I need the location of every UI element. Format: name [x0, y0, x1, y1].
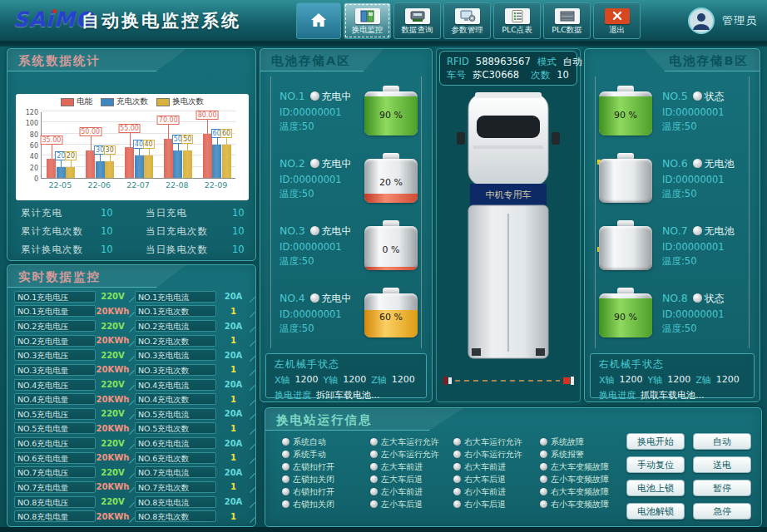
- realtime-value: 1: [216, 336, 250, 345]
- indicator-label: 左小车后退: [381, 499, 423, 510]
- status-indicator: 右小车后退: [453, 498, 540, 510]
- plc-data-icon: [555, 8, 580, 24]
- battery-id: ID:00000001: [662, 174, 745, 185]
- exit-icon: [605, 8, 630, 24]
- status-indicator: 右大车运行允许: [453, 436, 540, 448]
- control-button[interactable]: 换电开始: [626, 433, 685, 450]
- chart-label-line: [178, 144, 179, 150]
- realtime-panel-title: 实时数据监控: [18, 269, 101, 285]
- battery-slot: NO.4充电中ID:00000001温度:5060 %: [271, 278, 421, 346]
- chart-value-label: 50.00: [79, 127, 101, 136]
- plate-label: 车号: [447, 68, 466, 81]
- indicator-label: 左小车变频故障: [551, 474, 609, 485]
- realtime-label: NO.7充电电量: [14, 481, 96, 493]
- nav-tab-label: 换电监控: [352, 26, 384, 34]
- status-indicator: 左大车运行允许: [370, 436, 453, 448]
- chart-ytick: 100: [17, 120, 38, 127]
- realtime-row: NO.8充电电量20KWh: [14, 509, 133, 524]
- control-button[interactable]: 电池解锁: [626, 503, 685, 520]
- battery-status-dot-icon: [693, 91, 702, 101]
- realtime-value: 20A: [216, 292, 250, 301]
- control-button[interactable]: 手动复位: [626, 456, 685, 473]
- chart-ytick: 40: [17, 153, 38, 160]
- control-button[interactable]: 自动: [693, 433, 751, 450]
- plate-value: 苏C30668: [473, 68, 519, 81]
- battery-temp: 温度:50: [662, 323, 745, 335]
- realtime-label: NO.2充电电流: [135, 320, 216, 332]
- realtime-label: NO.6充电电量: [14, 452, 96, 464]
- realtime-value: 20KWh: [96, 395, 130, 404]
- left-arm-status: 左机械手状态 X轴1200 Y轴1200 Z轴1200 换电进度拆卸车载电池..…: [265, 353, 427, 398]
- chart-label-line: [110, 155, 111, 161]
- battery-id: ID:00000001: [662, 241, 745, 253]
- summary-value: 10: [101, 244, 146, 256]
- realtime-row: NO.2充电电量20KWh: [14, 333, 133, 348]
- nav-tab-swap-monitor[interactable]: 换电监控: [344, 2, 391, 39]
- indicator-dot-icon: [370, 488, 378, 495]
- nav-tab-data-query[interactable]: 数据查询: [393, 2, 441, 39]
- chart-label-line: [168, 125, 169, 139]
- realtime-value: 1: [216, 512, 250, 521]
- battery-area-a-panel: 电池存储A区 NO.1充电中ID:00000001温度:5090 %NO.2充电…: [260, 48, 433, 402]
- user-block[interactable]: 管理员: [687, 7, 757, 35]
- count-label: 次数: [531, 68, 550, 81]
- realtime-label: NO.3充电次数: [135, 364, 216, 376]
- battery-id: ID:00000001: [662, 308, 745, 320]
- realtime-value: 20A: [216, 439, 250, 448]
- nav-tab-exit[interactable]: 退出: [593, 2, 641, 39]
- indicator-dot-icon: [282, 463, 289, 470]
- indicator-label: 左锁扣打开: [293, 461, 334, 473]
- center-stage: RFID 588963567 模式 自动 车号 苏C30668 次数 10: [436, 48, 581, 402]
- realtime-value: 220V: [96, 351, 130, 360]
- battery-percent: 90 %: [599, 312, 652, 323]
- battery-slot: 90 %NO.8状态ID:00000001温度:50: [596, 278, 749, 346]
- realtime-value: 20A: [216, 409, 250, 418]
- status-indicator: 右小车运行允许: [453, 448, 540, 461]
- status-indicator: 左小车前进: [370, 485, 453, 498]
- params-icon: [455, 8, 480, 24]
- summary-value: 10: [101, 225, 146, 238]
- nav-home-button[interactable]: [296, 2, 341, 39]
- nav-tab-plc-points[interactable]: PLC点表: [493, 2, 541, 39]
- status-indicator: 右锁扣打开: [282, 485, 370, 498]
- realtime-value: 20KWh: [96, 365, 130, 374]
- chart-bar: [105, 161, 114, 178]
- left-arm-axes: X轴1200 Y轴1200 Z轴1200: [275, 374, 418, 387]
- right-arm-progress: 换电进度抓取车载电池...: [599, 389, 745, 401]
- nav-tab-label: PLC数据: [552, 26, 582, 34]
- nav-tab-plc-data[interactable]: PLC数据: [543, 2, 591, 39]
- realtime-label: NO.3充电电流: [135, 349, 216, 361]
- chart-label-line: [149, 149, 150, 155]
- chart-plot: 35.00202050.00303055.00404070.00505080.0…: [41, 112, 235, 179]
- realtime-value: 220V: [96, 409, 130, 418]
- indicator-dot-icon: [282, 500, 289, 508]
- battery-status: 充电中: [322, 293, 352, 304]
- battery-icon: [599, 220, 652, 270]
- battery-slot: NO.1充电中ID:00000001温度:5090 %: [271, 76, 421, 144]
- realtime-label: NO.5充电电流: [135, 408, 216, 420]
- indicator-dot-icon: [540, 488, 547, 495]
- battery-icon: 90 %: [599, 288, 652, 337]
- realtime-row: NO.6充电电压220V: [14, 436, 133, 451]
- indicator-dot-icon: [453, 488, 461, 495]
- indicator-dot-icon: [540, 500, 547, 508]
- control-button[interactable]: 电池上锁: [626, 480, 685, 496]
- nav-tab-param-manage[interactable]: 参数管理: [443, 2, 491, 39]
- header: SAiMO 自动换电监控系统 换电监控: [0, 0, 767, 42]
- summary-value: 10: [101, 207, 146, 219]
- battery-percent: 90 %: [599, 110, 652, 121]
- realtime-label: NO.2充电电压: [14, 320, 96, 332]
- indicator-label: 左大车后退: [381, 474, 423, 485]
- control-button[interactable]: 送电: [693, 456, 751, 473]
- control-button[interactable]: 急停: [693, 503, 751, 520]
- control-button[interactable]: 暂停: [693, 480, 751, 496]
- chart-label-line: [226, 138, 227, 145]
- chart-gridline: [42, 121, 235, 122]
- realtime-label: NO.7充电电流: [135, 466, 216, 478]
- chart-label-line: [52, 145, 52, 159]
- indicator-label: 系统报警: [551, 449, 584, 461]
- area-a-slots: NO.1充电中ID:00000001温度:5090 %NO.2充电中ID:000…: [270, 76, 422, 348]
- chart-value-label: 70.00: [157, 116, 180, 125]
- nav-tab-label: PLC点表: [502, 26, 532, 34]
- chart-label-line: [207, 120, 208, 134]
